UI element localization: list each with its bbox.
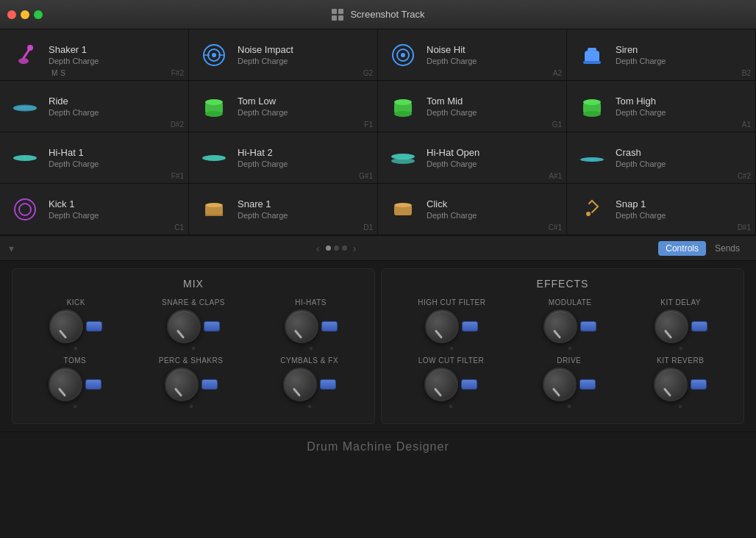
high-cut-filter-knob[interactable] <box>425 309 459 343</box>
hihats-mini-btn[interactable] <box>321 321 338 331</box>
pad-3[interactable]: SirenDepth ChargeB2 <box>567 29 756 81</box>
app-name: Drum Machine Designer <box>307 440 449 453</box>
toms-group: TOMS <box>49 356 101 409</box>
svg-point-25 <box>394 111 412 117</box>
hihats-knob[interactable] <box>285 309 318 343</box>
pad-note-15: D#1 <box>738 223 751 232</box>
pad-name-3: Siren <box>616 44 746 57</box>
low-cut-filter-group: LOW CUT FILTER <box>418 356 484 409</box>
pad-info-3: SirenDepth Charge <box>616 44 746 65</box>
pad-note-2: A2 <box>553 69 562 77</box>
kick-knob[interactable] <box>49 309 83 343</box>
pad-icon-tom-low <box>198 90 230 123</box>
svg-point-35 <box>19 204 31 215</box>
svg-rect-15 <box>585 51 599 62</box>
drive-mini-btn[interactable] <box>580 379 596 390</box>
pad-note-5: F1 <box>364 121 373 129</box>
drive-knob-container <box>543 367 596 401</box>
toms-knob[interactable] <box>49 367 82 401</box>
kit-delay-knob[interactable] <box>655 309 688 343</box>
kick-mini-btn[interactable] <box>86 321 102 331</box>
perc-mini-btn[interactable] <box>202 379 218 390</box>
mute-button[interactable]: M <box>51 69 57 77</box>
pad-4[interactable]: RideDepth ChargeD#2 <box>0 81 189 132</box>
perc-knob[interactable] <box>165 367 199 401</box>
pad-2[interactable]: Noise HitDepth ChargeA2 <box>378 29 567 81</box>
maximize-button[interactable] <box>34 10 43 19</box>
drive-label: DRIVE <box>557 356 581 365</box>
solo-button[interactable]: S <box>60 69 65 77</box>
svg-point-28 <box>583 111 601 117</box>
low-cut-mini-btn[interactable] <box>461 379 477 390</box>
high-cut-mini-btn[interactable] <box>462 321 478 331</box>
kit-delay-group: KIT DELAY <box>655 298 707 351</box>
next-arrow[interactable]: › <box>353 243 357 254</box>
pad-6[interactable]: Tom MidDepth ChargeG1 <box>378 81 567 132</box>
pad-12[interactable]: Kick 1Depth ChargeC1 <box>0 184 189 235</box>
pad-11[interactable]: CrashDepth ChargeC#2 <box>567 132 756 184</box>
sends-tab[interactable]: Sends <box>707 241 747 256</box>
prev-arrow[interactable]: ‹ <box>316 243 320 254</box>
modulate-knob[interactable] <box>543 309 577 343</box>
pad-preset-1: Depth Charge <box>238 57 368 65</box>
modulate-mini-btn[interactable] <box>580 321 596 331</box>
pad-14[interactable]: ClickDepth ChargeC#1 <box>378 184 567 235</box>
pad-name-6: Tom Mid <box>427 96 557 108</box>
kit-reverb-knob[interactable] <box>654 367 688 401</box>
kit-reverb-mini-btn[interactable] <box>691 379 707 390</box>
pad-note-9: G#1 <box>359 172 373 180</box>
tab-buttons: Controls Sends <box>658 241 747 256</box>
low-cut-filter-knob[interactable] <box>424 367 458 401</box>
snare-mini-btn[interactable] <box>204 321 220 331</box>
cymbals-knob[interactable] <box>283 367 317 401</box>
kit-reverb-label: KIT REVERB <box>657 356 704 365</box>
pad-8[interactable]: Hi-Hat 1Depth ChargeF#1 <box>0 132 189 184</box>
pad-0[interactable]: Shaker 1Depth ChargeF#2MS <box>0 29 189 81</box>
svg-point-40 <box>394 203 412 207</box>
pad-9[interactable]: Hi-Hat 2Depth ChargeG#1 <box>189 132 378 184</box>
pad-icon-shaker <box>9 39 41 71</box>
pad-info-15: Snap 1Depth Charge <box>616 198 746 220</box>
pad-10[interactable]: Hi-Hat OpenDepth ChargeA#1 <box>378 132 567 184</box>
high-cut-filter-group: HIGH CUT FILTER <box>418 298 485 351</box>
traffic-lights <box>7 10 43 19</box>
svg-line-5 <box>24 49 29 58</box>
pad-note-7: A1 <box>742 121 751 129</box>
kit-delay-mini-btn[interactable] <box>691 321 707 331</box>
pad-name-11: Crash <box>616 147 746 159</box>
pad-name-2: Noise Hit <box>427 44 557 57</box>
pad-icon-crash <box>576 142 608 174</box>
pad-13[interactable]: Snare 1Depth ChargeD1 <box>189 184 378 235</box>
pad-icon-snap <box>576 193 608 226</box>
pad-1[interactable]: Noise ImpactDepth ChargeG2 <box>189 29 378 81</box>
toms-knob-container <box>49 367 101 401</box>
tab-dot-1[interactable] <box>326 245 331 251</box>
cymbals-mini-btn[interactable] <box>320 379 336 390</box>
tab-dot-3[interactable] <box>342 245 347 251</box>
tab-dot-2[interactable] <box>334 245 339 251</box>
pad-7[interactable]: Tom HighDepth ChargeA1 <box>567 81 756 132</box>
drive-knob[interactable] <box>543 367 577 401</box>
cymbals-label: CYMBALS & FX <box>280 356 338 365</box>
svg-point-27 <box>583 99 601 105</box>
svg-rect-1 <box>338 9 343 14</box>
pad-info-10: Hi-Hat OpenDepth Charge <box>427 147 557 168</box>
snare-knob[interactable] <box>167 309 201 343</box>
controls-tab[interactable]: Controls <box>658 241 706 256</box>
pad-preset-7: Depth Charge <box>616 108 746 117</box>
pad-info-6: Tom MidDepth Charge <box>427 96 557 117</box>
pad-5[interactable]: Tom LowDepth ChargeF1 <box>189 81 378 132</box>
effects-section: EFFECTS HIGH CUT FILTER MODULATE <box>381 268 744 424</box>
minimize-button[interactable] <box>21 10 29 19</box>
toms-label: TOMS <box>64 356 87 365</box>
pad-15[interactable]: Snap 1Depth ChargeD#1 <box>567 184 756 235</box>
controls-area: MIX KICK SNARE & CLAPS HI-HATS <box>0 261 756 431</box>
pad-info-11: CrashDepth Charge <box>616 147 746 168</box>
kit-delay-dot <box>679 346 683 351</box>
toms-mini-btn[interactable] <box>85 379 101 390</box>
pad-preset-12: Depth Charge <box>49 211 179 220</box>
drive-group: DRIVE <box>543 356 596 409</box>
scroll-left-icon[interactable]: ▾ <box>9 243 14 254</box>
toms-dot <box>73 404 77 409</box>
close-button[interactable] <box>7 10 16 19</box>
